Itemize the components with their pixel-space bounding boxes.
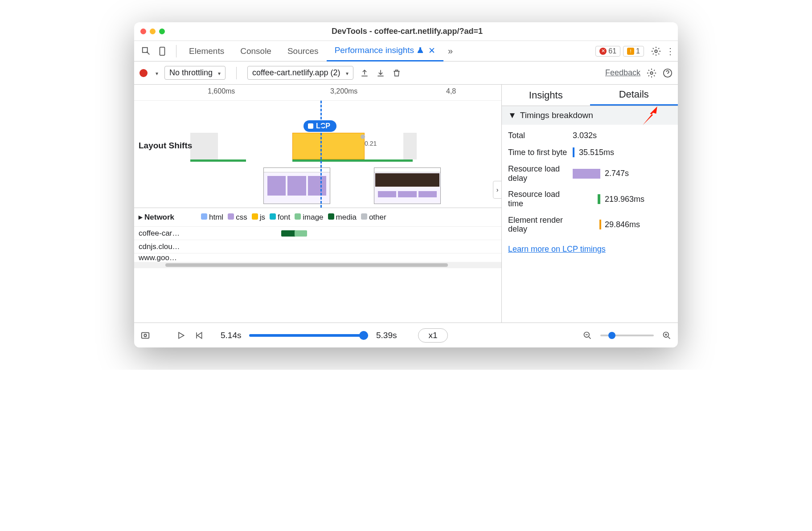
gear-icon[interactable]: [651, 46, 661, 56]
timing-bar: [598, 194, 600, 204]
help-icon[interactable]: [663, 68, 673, 78]
tabs-overflow-button[interactable]: »: [443, 46, 457, 56]
timings-breakdown-header[interactable]: ▼ Timings breakdown: [502, 106, 678, 125]
throttling-select[interactable]: No throttling: [164, 66, 226, 80]
window-controls: [140, 29, 165, 34]
tab-performance-insights[interactable]: Performance insights ✕: [327, 41, 443, 61]
tab-console[interactable]: Console: [232, 41, 279, 61]
playhead-line[interactable]: [320, 101, 322, 208]
kebab-menu-icon[interactable]: ⋮: [665, 46, 675, 56]
network-row[interactable]: coffee-car…: [134, 226, 501, 240]
warning-badge[interactable]: ! 1: [623, 46, 644, 57]
maximize-window-icon[interactable]: [159, 29, 165, 34]
timeline-js-block[interactable]: [292, 133, 365, 159]
cls-marker[interactable]: [361, 135, 365, 139]
zoom-slider[interactable]: [600, 335, 654, 336]
network-row[interactable]: cdnjs.clou…: [134, 240, 501, 253]
legend-media: media: [328, 213, 357, 222]
play-icon[interactable]: [176, 331, 186, 340]
section-title: Timings breakdown: [520, 110, 593, 120]
tab-sources[interactable]: Sources: [279, 41, 327, 61]
layout-shifts-label: Layout Shifts: [139, 141, 197, 151]
close-tab-icon[interactable]: ✕: [428, 45, 435, 56]
annotation-arrow-icon: [640, 103, 664, 128]
zoom-out-icon[interactable]: [582, 331, 592, 340]
disclosure-triangle-icon: ▼: [508, 110, 517, 120]
rewind-icon[interactable]: [194, 331, 204, 340]
window-title: DevTools - coffee-cart.netlify.app/?ad=1: [168, 27, 646, 36]
learn-more: Learn more on LCP timings: [502, 240, 678, 258]
network-host: coffee-car…: [139, 229, 197, 238]
record-dropdown[interactable]: [154, 68, 158, 78]
timing-bar: [599, 220, 601, 229]
export-icon[interactable]: [360, 68, 369, 78]
throttling-value: No throttling: [169, 68, 213, 78]
record-button[interactable]: [139, 69, 148, 77]
page-select-value: coffee-cart.netlify.app (2): [252, 68, 340, 78]
timing-element-render-delay: Element render delay 29.846ms: [508, 212, 672, 237]
timing-total: Total 3.032s: [508, 127, 672, 144]
page-select[interactable]: coffee-cart.netlify.app (2): [247, 66, 353, 80]
warning-count: 1: [636, 47, 640, 55]
cls-value: 0.21: [365, 140, 377, 147]
svg-point-2: [655, 50, 657, 53]
close-window-icon[interactable]: [140, 29, 146, 34]
error-icon: ✕: [599, 48, 607, 55]
tick-label: 1,600ms: [208, 87, 235, 95]
network-toggle[interactable]: ▸ Network: [139, 212, 197, 222]
flask-icon: [417, 47, 424, 54]
tab-elements[interactable]: Elements: [181, 41, 232, 61]
timeline-block[interactable]: [403, 133, 417, 159]
panel-gear-icon[interactable]: [647, 68, 656, 78]
error-badge[interactable]: ✕ 61: [595, 46, 620, 57]
legend-font: font: [270, 213, 290, 222]
playback-bar: 5.14s 5.39s x1: [134, 323, 678, 347]
zoom-in-icon[interactable]: [662, 331, 672, 340]
timing-bar: [573, 169, 600, 179]
toggle-overlay-icon[interactable]: [140, 331, 150, 340]
network-host: cdnjs.clou…: [139, 242, 197, 251]
devtools-tabbar: Elements Console Sources Performance ins…: [134, 41, 678, 61]
svg-point-6: [144, 334, 147, 337]
network-host: www.goo…: [139, 253, 197, 262]
insights-tab[interactable]: Insights: [502, 85, 590, 106]
svg-rect-1: [160, 47, 165, 55]
error-count: 61: [608, 47, 616, 55]
ls-bar: [292, 159, 413, 162]
timeline-body[interactable]: LCP 0.21 Layout Shifts ›: [134, 101, 501, 208]
import-icon[interactable]: [376, 68, 385, 78]
inspect-icon[interactable]: [141, 46, 151, 56]
timeline-ruler[interactable]: 1,600ms 3,200ms 4,8: [134, 85, 501, 101]
legend-html: html: [201, 213, 223, 222]
expand-right-pane-button[interactable]: ›: [493, 181, 502, 199]
tick-label: 3,200ms: [330, 87, 357, 95]
svg-rect-5: [142, 332, 149, 338]
panel-toolbar: No throttling coffee-cart.netlify.app (2…: [134, 61, 678, 85]
device-toggle-icon[interactable]: [157, 46, 167, 56]
legend-image: image: [295, 213, 323, 222]
timing-bar: [573, 147, 574, 157]
feedback-link[interactable]: Feedback: [605, 68, 640, 78]
current-time: 5.14s: [221, 331, 241, 340]
timings-list: Total 3.032s Time to first byte 35.515ms…: [502, 125, 678, 240]
timing-resource-load-delay: Resource load delay 2.747s: [508, 161, 672, 186]
warning-icon: !: [627, 48, 634, 55]
svg-point-3: [650, 72, 653, 74]
filmstrip-thumb[interactable]: [374, 167, 441, 204]
horizontal-scrollbar[interactable]: [134, 262, 501, 268]
delete-icon[interactable]: [392, 68, 402, 78]
details-tab[interactable]: Details: [590, 85, 678, 106]
total-time: 5.39s: [376, 331, 397, 340]
network-row[interactable]: www.goo…: [134, 253, 501, 262]
speed-select[interactable]: x1: [418, 328, 447, 343]
legend-css: css: [228, 213, 247, 222]
lcp-marker[interactable]: LCP: [303, 120, 336, 132]
minimize-window-icon[interactable]: [150, 29, 156, 34]
timing-resource-load-time: Resource load time 219.963ms: [508, 186, 672, 212]
playback-slider[interactable]: [249, 334, 368, 337]
network-bar: [295, 230, 307, 237]
legend-js: js: [252, 213, 265, 222]
legend-other: other: [361, 213, 386, 222]
tick-label: 4,8: [446, 87, 456, 95]
learn-more-link[interactable]: Learn more on LCP timings: [508, 245, 606, 253]
